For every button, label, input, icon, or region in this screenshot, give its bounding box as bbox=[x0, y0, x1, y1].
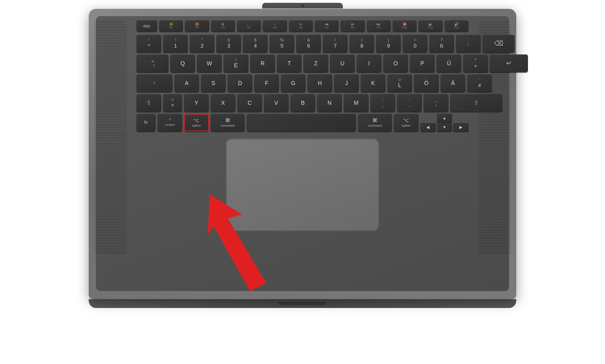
key-backtick[interactable]: ` ' bbox=[456, 35, 481, 52]
laptop-body: esc 🔅 F1 🔆 F2 ⊞ F3 ⋮⋮ F4 bbox=[89, 9, 516, 299]
key-esc[interactable]: esc bbox=[136, 20, 157, 31]
key-ss[interactable]: ? ß bbox=[429, 35, 454, 52]
f12-icon: 🔊 bbox=[454, 22, 459, 26]
key-command-right[interactable]: ⌘ command bbox=[358, 114, 392, 131]
key-control[interactable]: ^ control bbox=[157, 114, 182, 131]
caret-top: ° bbox=[148, 38, 150, 43]
f6-label: F6 bbox=[299, 26, 302, 29]
number-row: ° ^ ! 1 " 2 bbox=[136, 35, 469, 52]
key-backspace[interactable]: ⌫ bbox=[482, 35, 515, 52]
key-f5[interactable]: ✧ F5 bbox=[263, 20, 287, 31]
key-f1[interactable]: 🔅 F1 bbox=[159, 20, 183, 31]
key-s[interactable]: S bbox=[201, 74, 226, 92]
key-2[interactable]: " 2 bbox=[190, 35, 215, 52]
key-v[interactable]: V bbox=[264, 94, 289, 112]
key-x[interactable]: X bbox=[211, 94, 236, 112]
key-f3[interactable]: ⊞ F3 bbox=[211, 20, 235, 31]
key-rshift[interactable]: ⇧ bbox=[450, 94, 503, 112]
key-j[interactable]: J bbox=[334, 74, 359, 92]
key-p[interactable]: P bbox=[410, 54, 435, 72]
key-ue[interactable]: Ü bbox=[436, 54, 461, 72]
key-option-left[interactable]: ⌥ option bbox=[184, 114, 209, 131]
key-plus[interactable]: * + bbox=[463, 54, 488, 72]
key-r[interactable]: R bbox=[250, 54, 275, 72]
bottom-notch bbox=[278, 302, 327, 305]
key-e[interactable]: € E bbox=[223, 54, 248, 72]
key-return[interactable]: ↵ bbox=[490, 54, 528, 72]
key-7[interactable]: / 7 bbox=[323, 35, 348, 52]
key-command-left[interactable]: ⌘ command bbox=[211, 114, 245, 131]
bottom-row: fn ^ control ⌥ option bbox=[136, 114, 469, 131]
laptop-bottom bbox=[89, 299, 516, 308]
key-lshift[interactable]: ⇧ bbox=[136, 94, 161, 112]
trackpad[interactable] bbox=[226, 138, 379, 231]
key-ae[interactable]: Ä bbox=[440, 74, 465, 92]
key-arrow-down[interactable]: ▼ bbox=[437, 123, 453, 131]
key-option-right[interactable]: ⌥ option bbox=[394, 114, 419, 131]
key-t[interactable]: T bbox=[277, 54, 302, 72]
key-k[interactable]: K bbox=[361, 74, 386, 92]
key-minus[interactable]: _ - bbox=[424, 94, 449, 112]
key-f6[interactable]: ✦ F6 bbox=[289, 20, 313, 31]
speaker-left bbox=[94, 21, 127, 255]
key-l[interactable]: @ L bbox=[387, 74, 412, 92]
key-f12[interactable]: 🔊 F12 bbox=[444, 20, 469, 31]
key-f7[interactable]: ⏮ F7 bbox=[315, 20, 339, 31]
key-a[interactable]: A bbox=[174, 74, 199, 92]
key-comma[interactable]: ; , bbox=[370, 94, 395, 112]
f2-icon: 🔆 bbox=[195, 22, 199, 26]
key-f11[interactable]: 🔉 F11 bbox=[418, 20, 442, 31]
top-bezel bbox=[262, 3, 343, 8]
key-space[interactable] bbox=[246, 114, 356, 131]
key-arrow-left[interactable]: ◀ bbox=[420, 123, 436, 131]
f2-label: F2 bbox=[195, 26, 198, 29]
option-left-label: option bbox=[192, 124, 201, 127]
fn-row: esc 🔅 F1 🔆 F2 ⊞ F3 ⋮⋮ F4 bbox=[136, 20, 469, 31]
key-h[interactable]: H bbox=[307, 74, 332, 92]
key-o[interactable]: O bbox=[383, 54, 408, 72]
key-caret[interactable]: ° ^ bbox=[136, 35, 161, 52]
key-tab[interactable]: ⇥ →| bbox=[136, 54, 169, 72]
key-z[interactable]: Z bbox=[303, 54, 328, 72]
f1-label: F1 bbox=[169, 26, 173, 29]
key-d[interactable]: D bbox=[227, 74, 252, 92]
key-oe[interactable]: Ö bbox=[414, 74, 439, 92]
key-f[interactable]: F bbox=[254, 74, 279, 92]
key-8[interactable]: ( 8 bbox=[349, 35, 374, 52]
key-n[interactable]: N bbox=[317, 94, 342, 112]
key-hash[interactable]: ' # bbox=[467, 74, 492, 92]
f7-label: F7 bbox=[325, 26, 328, 29]
key-f8[interactable]: ⏯ F8 bbox=[340, 20, 365, 31]
key-g[interactable]: G bbox=[281, 74, 306, 92]
key-5[interactable]: % 5 bbox=[269, 35, 294, 52]
asdf-row: ⇪ A S D F G H J K @ L Ö Ä bbox=[136, 74, 469, 92]
option-right-label: option bbox=[402, 124, 411, 127]
key-arrow-right[interactable]: ▶ bbox=[453, 123, 469, 131]
key-w[interactable]: W bbox=[197, 54, 222, 72]
f11-icon: 🔉 bbox=[428, 22, 433, 26]
key-3[interactable]: § 3 bbox=[216, 35, 241, 52]
key-q[interactable]: Q bbox=[170, 54, 195, 72]
key-f9[interactable]: ⏭ F9 bbox=[367, 20, 391, 31]
key-fn[interactable]: fn bbox=[136, 114, 156, 131]
key-u[interactable]: U bbox=[330, 54, 355, 72]
caret-bot: ^ bbox=[148, 43, 150, 49]
key-4[interactable]: $ 4 bbox=[243, 35, 268, 52]
key-i[interactable]: I bbox=[357, 54, 382, 72]
f10-label: F10 bbox=[402, 26, 407, 29]
key-m[interactable]: M bbox=[344, 94, 369, 112]
key-f2[interactable]: 🔆 F2 bbox=[185, 20, 209, 31]
key-f4[interactable]: ⋮⋮ F4 bbox=[237, 20, 261, 31]
key-6[interactable]: & 6 bbox=[296, 35, 321, 52]
key-1[interactable]: ! 1 bbox=[163, 35, 188, 52]
key-period[interactable]: : . bbox=[397, 94, 422, 112]
key-lessthan[interactable]: > < bbox=[163, 94, 182, 112]
key-0[interactable]: = 0 bbox=[403, 35, 428, 52]
key-y[interactable]: Y bbox=[184, 94, 209, 112]
key-9[interactable]: ) 9 bbox=[376, 35, 401, 52]
key-capslock[interactable]: ⇪ bbox=[136, 74, 173, 92]
key-c[interactable]: C bbox=[237, 94, 262, 112]
key-arrow-up[interactable]: ▲ bbox=[437, 114, 453, 122]
key-b[interactable]: B bbox=[290, 94, 315, 112]
key-f10[interactable]: 🔇 F10 bbox=[392, 20, 417, 31]
